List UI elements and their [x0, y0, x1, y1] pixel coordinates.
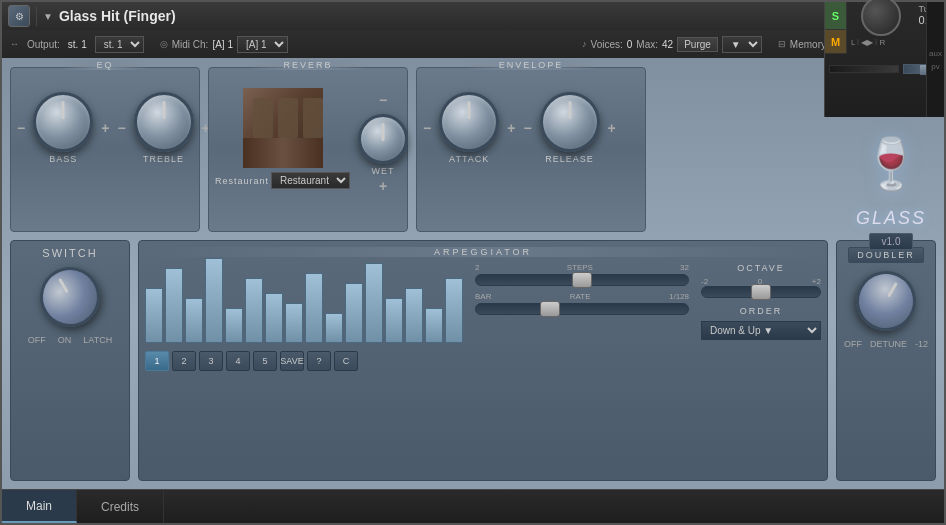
switch-label: SWITCH: [42, 247, 97, 259]
purge-dropdown[interactable]: ▼: [722, 36, 762, 53]
s-button[interactable]: S: [825, 2, 847, 30]
eq-label: —— EQ ——: [62, 60, 148, 70]
tab-credits[interactable]: Credits: [77, 490, 164, 523]
order-dropdown[interactable]: Down & Up ▼ Up Down Random As Played: [701, 321, 821, 340]
switch-off-label: OFF: [28, 335, 46, 345]
max-value: 42: [662, 39, 673, 50]
wet-plus[interactable]: +: [379, 178, 387, 194]
step-bar-6[interactable]: [265, 293, 283, 343]
bass-minus[interactable]: −: [17, 120, 25, 136]
reverb-image[interactable]: [243, 88, 323, 168]
octave-slider[interactable]: [701, 286, 821, 298]
step-bar-3[interactable]: [205, 258, 223, 343]
step-bar-7[interactable]: [285, 303, 303, 343]
order-section: ORDER Down & Up ▼ Up Down Random As Play…: [701, 306, 821, 340]
wet-knob[interactable]: [358, 114, 408, 164]
step-bar-14[interactable]: [425, 308, 443, 343]
voices-section: ♪ Voices: 0 Max: 42 Purge ▼: [582, 36, 762, 53]
step-bar-10[interactable]: [345, 283, 363, 343]
glass-icon: 🍷: [861, 124, 921, 204]
switch-panel: SWITCH OFF ON LATCH: [10, 240, 130, 481]
step-button-save[interactable]: SAVE: [280, 351, 304, 371]
output-label: Output:: [27, 39, 60, 50]
midi-label: Midi Ch:: [172, 39, 209, 50]
glass-panel: 🍷 GLASS v1.0: [846, 124, 936, 250]
attack-knob[interactable]: [439, 92, 499, 152]
rate-slider-group: BAR RATE 1/128: [475, 292, 689, 315]
step-bar-4[interactable]: [225, 308, 243, 343]
step-bar-13[interactable]: [405, 288, 423, 343]
step-bar-11[interactable]: [365, 263, 383, 343]
octave-section: OCTAVE -2 0 +2: [701, 263, 821, 298]
step-button-3[interactable]: 3: [199, 351, 223, 371]
attack-minus[interactable]: −: [423, 120, 431, 136]
tab-main[interactable]: Main: [2, 490, 77, 523]
release-minus[interactable]: −: [523, 120, 531, 136]
bottom-section: SWITCH OFF ON LATCH ARPEGGIATOR 12345SAV…: [10, 240, 936, 481]
rate-min-label: BAR: [475, 292, 491, 301]
release-knob-group: RELEASE: [540, 92, 600, 164]
treble-knob-group: TREBLE: [134, 92, 194, 164]
purge-button[interactable]: Purge: [677, 37, 718, 52]
eq-panel: —— EQ —— − BASS + − TREBLE: [10, 67, 200, 232]
output-dropdown[interactable]: st. 1: [95, 36, 144, 53]
step-button-?[interactable]: ?: [307, 351, 331, 371]
treble-knob[interactable]: [134, 92, 194, 152]
tab-bar: Main Credits: [2, 489, 944, 523]
bass-knob[interactable]: [33, 92, 93, 152]
wet-minus[interactable]: −: [379, 92, 387, 108]
top-bar: ⚙ ▼ Glass Hit (Finger) ◀ ▶: [2, 2, 944, 30]
voices-label: Voices:: [591, 39, 623, 50]
midi-section: ◎ Midi Ch: [A] 1 [A] 1: [160, 36, 288, 53]
step-bar-5[interactable]: [245, 278, 263, 343]
doubler-detune-label: DETUNE: [870, 339, 907, 349]
step-button-c[interactable]: C: [334, 351, 358, 371]
step-button-5[interactable]: 5: [253, 351, 277, 371]
step-buttons: 12345SAVE?C: [145, 351, 463, 371]
meter-bar: [857, 39, 859, 45]
reverb-preset-dropdown[interactable]: Restaurant: [271, 172, 350, 189]
release-knob[interactable]: [540, 92, 600, 152]
doubler-detune-value: -12: [915, 339, 928, 349]
lr-meter: L ◀▶ R: [847, 30, 889, 54]
midi-dropdown[interactable]: [A] 1: [237, 36, 288, 53]
step-button-4[interactable]: 4: [226, 351, 250, 371]
step-bar-1[interactable]: [165, 268, 183, 343]
step-button-2[interactable]: 2: [172, 351, 196, 371]
second-row: ↔ Output: st. 1 st. 1 ◎ Midi Ch: [A] 1 […: [2, 30, 944, 58]
octave-order: OCTAVE -2 0 +2: [701, 263, 821, 371]
bass-knob-group: BASS: [33, 92, 93, 164]
attack-label: ATTACK: [449, 154, 489, 164]
release-plus[interactable]: +: [608, 120, 616, 136]
step-bar-8[interactable]: [305, 273, 323, 343]
step-bar-15[interactable]: [445, 278, 463, 343]
bass-plus[interactable]: +: [101, 120, 109, 136]
main-content: —— EQ —— − BASS + − TREBLE: [2, 59, 944, 489]
treble-label: TREBLE: [143, 154, 184, 164]
oct-max: +2: [812, 277, 821, 286]
doubler-knob[interactable]: [845, 260, 927, 342]
step-bar-2[interactable]: [185, 298, 203, 343]
step-sequencer: [145, 263, 463, 343]
step-button-1[interactable]: 1: [145, 351, 169, 371]
switch-knob[interactable]: [29, 256, 111, 338]
reverb-panel: —— REVERB —— Restaurant Restaurant: [208, 67, 408, 232]
attack-plus[interactable]: +: [507, 120, 515, 136]
treble-minus[interactable]: −: [117, 120, 125, 136]
rate-slider[interactable]: [475, 303, 689, 315]
step-bar-0[interactable]: [145, 288, 163, 343]
steps-label: STEPS: [567, 263, 593, 272]
attack-knob-group: ATTACK: [439, 92, 499, 164]
step-bar-12[interactable]: [385, 298, 403, 343]
steps-slider[interactable]: [475, 274, 689, 286]
bass-label: BASS: [49, 154, 77, 164]
aux-label: aux: [929, 49, 942, 58]
envelope-label: —— ENVELOPE ——: [464, 60, 598, 70]
octave-title: OCTAVE: [701, 263, 821, 273]
step-bar-9[interactable]: [325, 313, 343, 343]
envelope-panel: —— ENVELOPE —— − ATTACK + − RELEASE: [416, 67, 646, 232]
output-section: ↔ Output: st. 1 st. 1: [10, 36, 144, 53]
midi-value: [A] 1: [212, 39, 233, 50]
top-section: —— EQ —— − BASS + − TREBLE: [10, 67, 936, 232]
m-button[interactable]: M: [825, 30, 847, 54]
